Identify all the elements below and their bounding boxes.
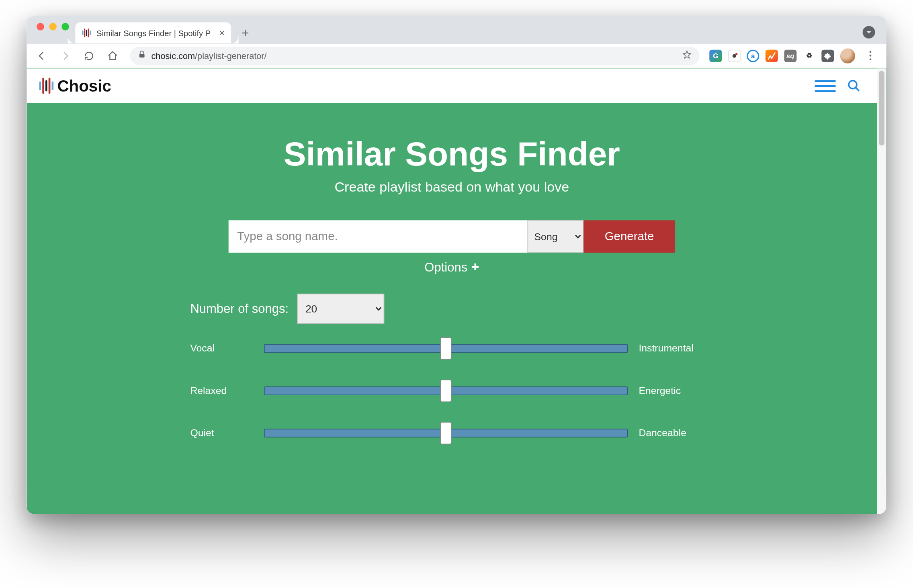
slider-right-label: Danceable: [639, 428, 713, 439]
new-tab-button[interactable]: +: [236, 24, 255, 43]
slider-thumb[interactable]: [440, 337, 451, 360]
extensions-menu-icon[interactable]: [821, 49, 834, 62]
extension-icon[interactable]: a: [747, 49, 759, 62]
reload-button[interactable]: [79, 46, 99, 66]
window-zoom-button[interactable]: [61, 23, 69, 31]
tab-strip: Similar Songs Finder | Spotify P × +: [27, 16, 886, 43]
scrollbar-thumb[interactable]: [879, 71, 884, 145]
home-button[interactable]: [103, 46, 123, 66]
num-songs-label: Number of songs:: [190, 302, 289, 316]
window-close-button[interactable]: [37, 23, 44, 31]
site-header: Chosic: [27, 68, 877, 103]
search-row: Song Generate: [27, 220, 877, 253]
slider-thumb[interactable]: [440, 380, 451, 402]
vertical-scrollbar[interactable]: [877, 68, 886, 514]
search-type-select[interactable]: Song: [528, 220, 584, 253]
brand-name: Chosic: [57, 76, 111, 96]
page-subtitle: Create playlist based on what you love: [27, 179, 877, 195]
slider-left-label: Quiet: [190, 428, 252, 439]
slider-row: Relaxed Energetic: [190, 385, 713, 397]
site-logo[interactable]: Chosic: [39, 76, 111, 96]
options-panel: Number of songs: 20 Vocal Instrumen: [172, 294, 732, 439]
plus-icon: +: [471, 259, 479, 275]
extension-recycle-icon[interactable]: ♻: [803, 49, 815, 62]
slider-left-label: Relaxed: [190, 385, 252, 396]
slider-relaxed-energetic[interactable]: [264, 385, 627, 397]
tabs-dropdown-button[interactable]: [863, 26, 875, 39]
profile-avatar[interactable]: [840, 48, 855, 63]
svg-rect-0: [139, 54, 145, 57]
browser-tab[interactable]: Similar Songs Finder | Spotify P ×: [75, 22, 231, 44]
url-text: chosic.com/playlist-generator/: [151, 51, 677, 61]
viewport: Chosic Similar Songs Finder Create playl…: [27, 68, 886, 514]
tab-title: Similar Songs Finder | Spotify P: [96, 28, 214, 37]
slider-row: Quiet Danceable: [190, 427, 713, 439]
slider-vocal-instrumental[interactable]: [264, 342, 627, 355]
svg-point-2: [735, 53, 737, 55]
svg-point-3: [849, 81, 857, 89]
window-minimize-button[interactable]: [49, 23, 57, 31]
page-content: Chosic Similar Songs Finder Create playl…: [27, 68, 877, 514]
slider-row: Vocal Instrumental: [190, 342, 713, 355]
lock-icon: [137, 50, 146, 61]
slider-quiet-danceable[interactable]: [264, 427, 627, 439]
slider-right-label: Instrumental: [639, 343, 713, 354]
page-title: Similar Songs Finder: [27, 135, 877, 173]
tab-close-button[interactable]: ×: [219, 28, 225, 38]
extension-icon[interactable]: sq: [784, 49, 796, 62]
slider-left-label: Vocal: [190, 343, 252, 354]
address-bar[interactable]: chosic.com/playlist-generator/: [130, 46, 700, 65]
browser-menu-button[interactable]: [862, 51, 879, 60]
site-search-button[interactable]: [843, 75, 865, 96]
extension-icon[interactable]: [766, 49, 778, 62]
generate-button[interactable]: Generate: [583, 220, 675, 253]
song-name-input[interactable]: [229, 220, 528, 253]
extension-icon[interactable]: [728, 49, 741, 62]
back-button[interactable]: [32, 46, 52, 66]
nav-menu-button[interactable]: [815, 75, 836, 96]
browser-toolbar: chosic.com/playlist-generator/ G a sq ♻: [27, 43, 886, 68]
hero-section: Similar Songs Finder Create playlist bas…: [27, 103, 877, 514]
extension-translate-icon[interactable]: G: [709, 49, 722, 62]
tab-favicon-icon: [82, 28, 92, 38]
forward-button[interactable]: [55, 46, 76, 66]
bookmark-star-icon[interactable]: [682, 50, 692, 61]
browser-window: Similar Songs Finder | Spotify P × +: [27, 16, 886, 514]
logo-mark-icon: [39, 78, 54, 94]
slider-right-label: Energetic: [639, 385, 713, 396]
extension-icons: G a sq ♻: [707, 48, 881, 63]
num-songs-select[interactable]: 20: [297, 294, 385, 323]
slider-thumb[interactable]: [440, 422, 451, 445]
options-label: Options: [424, 260, 467, 274]
options-toggle[interactable]: Options +: [27, 259, 877, 275]
